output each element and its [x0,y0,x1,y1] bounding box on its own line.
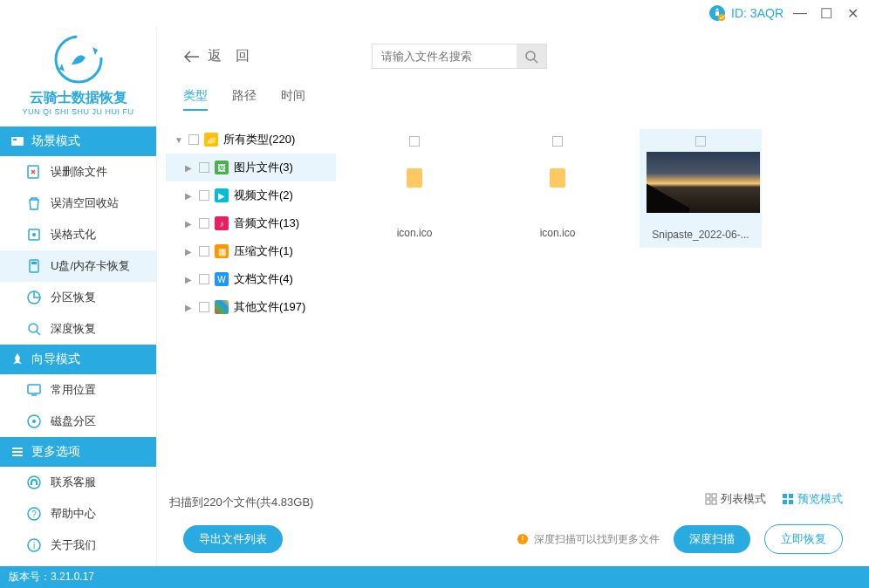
svg-text:i: i [33,541,35,550]
svg-rect-27 [783,500,787,504]
svg-text:?: ? [31,509,37,519]
image-thumbnail [647,152,760,213]
checkbox[interactable] [552,136,563,147]
file-grid: icon.ico icon.ico Snipaste_2022-06-... [336,120,869,495]
partition-icon [26,290,42,305]
recover-button[interactable]: 立即恢复 [764,524,843,554]
svg-rect-3 [11,137,24,146]
sidebar-item-disk-partition[interactable]: 磁盘分区 [0,406,156,437]
file-item[interactable]: icon.ico [496,129,619,246]
svg-point-15 [28,476,40,489]
tree-root[interactable]: ▼📁所有类型(220) [166,126,336,154]
minimize-button[interactable]: — [790,3,810,23]
checkbox[interactable] [199,218,209,229]
svg-point-7 [32,233,36,236]
view-list-button[interactable]: 列表模式 [705,491,766,507]
tree-label: 所有类型(220) [223,132,295,147]
search-button[interactable] [517,44,546,68]
question-icon: ? [26,506,42,522]
deep-scan-icon [26,321,42,337]
sidebar-item-deep[interactable]: 深度恢复 [0,313,156,345]
svg-rect-4 [13,139,17,140]
checkbox[interactable] [199,302,209,312]
sidebar-item-label: 深度恢复 [51,321,96,337]
sidebar-item-label: 联系客服 [51,475,96,490]
sidebar-item-support[interactable]: 联系客服 [0,467,156,498]
maximize-button[interactable]: ☐ [817,3,836,23]
sidebar-item-deleted[interactable]: 误删除文件 [0,156,156,188]
sidebar-item-label: 分区恢复 [51,290,96,305]
menu-icon [10,445,24,459]
sidebar-item-label: 常用位置 [51,382,96,398]
sidebar-item-label: U盘/内存卡恢复 [51,258,130,274]
headset-icon [26,475,42,490]
tree-label: 视频文件(2) [234,188,293,203]
sidebar-item-label: 帮助中心 [51,506,96,522]
tab-type[interactable]: 类型 [183,88,208,111]
sidebar-item-usb[interactable]: U盘/内存卡恢复 [0,250,156,282]
deep-scan-button[interactable]: 深度扫描 [674,525,750,553]
tree-audio[interactable]: ▶♪音频文件(13) [166,209,336,237]
sidebar-item-common-location[interactable]: 常用位置 [0,374,156,406]
svg-rect-21 [706,494,710,498]
tab-time[interactable]: 时间 [281,88,305,111]
checkbox[interactable] [188,134,199,145]
file-item[interactable]: icon.ico [353,129,476,246]
content-area: 返 回 类型 路径 时间 ▼📁所有类型(220) ▶🖼图片文件(3) ▶▶视频文… [157,26,869,566]
checkbox[interactable] [199,162,209,173]
tree-archive[interactable]: ▶▦压缩文件(1) [166,237,336,265]
sidebar-item-format[interactable]: 误格式化 [0,219,156,250]
sidebar: 云骑士数据恢复 YUN QI SHI SHU JU HUI FU 场景模式 误删… [0,26,157,566]
info-icon: i [26,537,42,553]
tree-video[interactable]: ▶▶视频文件(2) [166,181,336,209]
checkbox[interactable] [199,274,209,284]
tree-label: 文档文件(4) [234,271,293,287]
app-logo: 云骑士数据恢复 YUN QI SHI SHU JU HUI FU [0,26,156,126]
sidebar-item-about[interactable]: i关于我们 [0,530,156,561]
logo-icon [54,35,103,84]
folder-icon: 📁 [204,133,218,147]
id-text: ID: 3AQR [731,6,783,20]
svg-rect-25 [783,494,787,498]
search-icon [524,50,538,64]
titlebar: ID: 3AQR — ☐ ✕ [0,0,869,26]
tree-document[interactable]: ▶W文档文件(4) [166,265,336,293]
section-wizard-header: 向导模式 [0,345,156,374]
trash-icon [26,195,42,211]
checkbox[interactable] [199,246,209,256]
id-badge-icon [708,4,726,22]
checkbox[interactable] [409,136,420,147]
checkbox[interactable] [199,190,209,201]
list-icon [705,493,717,505]
sidebar-item-label: 误清空回收站 [51,195,119,211]
usb-icon [26,258,42,274]
view-preview-button[interactable]: 预览模式 [782,491,843,507]
tree-other[interactable]: ▶其他文件(197) [166,293,336,321]
tab-path[interactable]: 路径 [232,88,257,111]
tree-image[interactable]: ▶🖼图片文件(3) [166,154,336,181]
close-button[interactable]: ✕ [843,3,862,23]
svg-point-1 [718,14,725,21]
file-x-icon [26,164,42,180]
svg-rect-28 [789,500,793,504]
svg-rect-26 [789,494,793,498]
file-item[interactable]: Snipaste_2022-06-... [640,129,762,248]
deep-scan-tip: ! 深度扫描可以找到更多文件 [517,532,660,547]
sidebar-item-help[interactable]: ?帮助中心 [0,498,156,530]
checkbox[interactable] [695,136,706,147]
svg-text:!: ! [522,535,524,544]
export-list-button[interactable]: 导出文件列表 [183,525,283,553]
svg-rect-23 [706,500,710,504]
disk-icon [26,227,42,243]
tree-label: 压缩文件(1) [234,243,293,259]
version-bar: 版本号：3.21.0.17 [0,566,869,588]
sidebar-item-partition[interactable]: 分区恢复 [0,282,156,313]
tree-label: 图片文件(3) [234,160,293,175]
back-button[interactable]: 返 回 [183,47,255,65]
sidebar-item-label: 误删除文件 [51,164,107,180]
video-icon: ▶ [215,188,229,202]
ico-thumbnail [407,168,422,188]
filter-tabs: 类型 路径 时间 [157,78,869,120]
sidebar-item-trash[interactable]: 误清空回收站 [0,188,156,219]
search-input[interactable] [373,44,517,68]
